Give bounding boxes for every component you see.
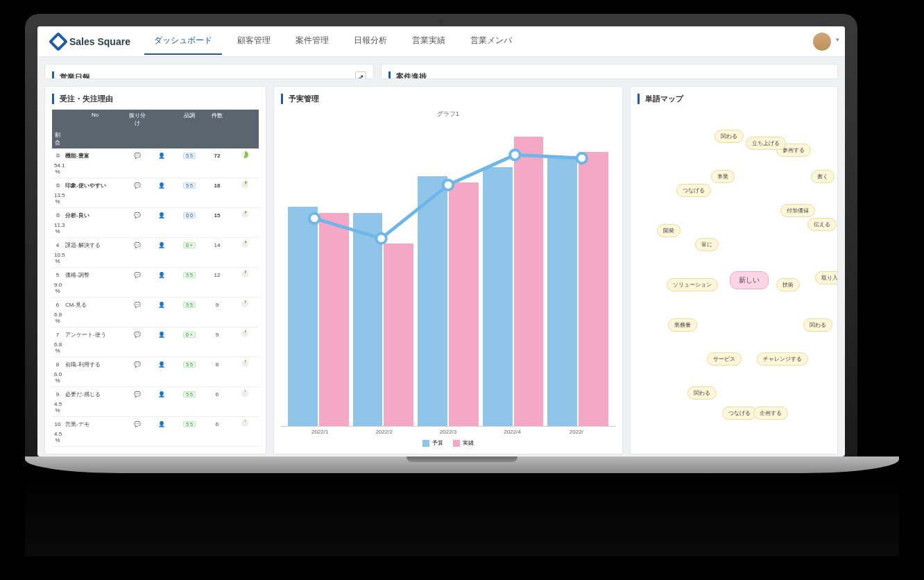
budget-chart: グラフ1 2022/12022/22022/32022/42022/ 予算実績: [281, 110, 615, 447]
nav-tabs: ダッシュボード顧客管理案件管理日報分析営業実績営業メンバ: [144, 28, 522, 55]
wordmap-node[interactable]: 書く: [811, 170, 835, 183]
nav-tab-0[interactable]: ダッシュボード: [144, 28, 222, 55]
top-navigation: Sales Square ダッシュボード顧客管理案件管理日報分析営業実績営業メン…: [37, 26, 845, 57]
reason-row[interactable]: 10営業-デモ💬👤5 564.5 %: [52, 417, 259, 447]
bar-group: [353, 121, 414, 426]
wordmap-card: 単語マップ 新しい事業常にソリューションサービスチャレンジする技術付加価値伝える…: [630, 86, 838, 454]
wordmap-node[interactable]: チャレンジする: [757, 352, 808, 366]
nav-tab-2[interactable]: 案件管理: [286, 28, 339, 55]
wordmap-canvas: 新しい事業常にソリューションサービスチャレンジする技術付加価値伝える参画する立ち…: [638, 110, 830, 447]
reason-row[interactable]: 4課題-解決する💬👤0 +1410.5 %: [52, 238, 259, 268]
wordmap-node[interactable]: つなげる: [722, 407, 757, 420]
user-avatar[interactable]: [813, 33, 831, 51]
reason-row[interactable]: 6CM-見る💬👤5 596.8 %: [52, 298, 259, 327]
bar-group: [288, 121, 349, 426]
card-title: 営業日報: [60, 72, 90, 80]
wordmap-node[interactable]: 付加価値: [780, 204, 815, 217]
reason-row[interactable]: ♔分析-良い💬👤0 01511.3 %: [52, 208, 259, 238]
wordmap-node[interactable]: 技術: [776, 278, 800, 291]
wordmap-node[interactable]: 業務量: [668, 318, 697, 332]
wordmap-node[interactable]: 取り入れる: [815, 271, 838, 284]
budget-card: 予実管理 グラフ1 2022/12022/22022/32022/42022/ …: [273, 86, 623, 454]
wordmap-node[interactable]: つなげる: [676, 184, 711, 197]
reason-row[interactable]: 9必要だ-感じる💬👤5 564.5 %: [52, 387, 259, 417]
bar-group: [483, 121, 544, 426]
reasons-table: No振り分け品調件数割合 ♔機能-豊富💬👤5 57254.1 %♔印象-使いやす…: [52, 110, 259, 447]
reason-row[interactable]: 5価格-調整💬👤5 5129.0 %: [52, 268, 259, 298]
card-title: 予実管理: [289, 94, 319, 104]
progress-card: 案件進捗 ペンディングアポ獲得初回訪問要件整理解決策の提案意思決定者の合意稟議決…: [381, 64, 838, 79]
wordmap-node[interactable]: 立ち上げる: [746, 137, 786, 150]
wordmap-node[interactable]: 関わる: [715, 130, 744, 143]
app-name: Sales Square: [69, 36, 130, 47]
wordmap-node[interactable]: 関わる: [687, 386, 717, 400]
wordmap-node[interactable]: 開発: [657, 224, 681, 237]
wordmap-node[interactable]: サービス: [707, 352, 742, 366]
logo-icon: [49, 31, 68, 51]
wordmap-node[interactable]: 企画する: [753, 407, 788, 420]
bar-group: [418, 121, 479, 426]
nav-tab-1[interactable]: 顧客管理: [228, 28, 280, 55]
wordmap-node[interactable]: ソリューション: [667, 278, 718, 291]
wordmap-center[interactable]: 新しい: [730, 271, 769, 289]
reasons-card: 受注・失注理由 No振り分け品調件数割合 ♔機能-豊富💬👤5 57254.1 %…: [44, 86, 266, 454]
wordmap-node[interactable]: 常に: [695, 238, 719, 251]
wordmap-node[interactable]: 伝える: [807, 218, 837, 231]
nav-tab-3[interactable]: 日報分析: [344, 28, 397, 55]
nav-tab-5[interactable]: 営業メンバ: [461, 28, 522, 55]
expand-icon[interactable]: ⤢: [355, 71, 366, 79]
card-title: 案件進捗: [396, 71, 427, 79]
card-title: 単語マップ: [645, 94, 683, 104]
reason-row[interactable]: 7アンケート-使う💬👤0 +96.8 %: [52, 327, 259, 357]
bar-group: [547, 121, 608, 426]
reason-row[interactable]: ♔機能-豊富💬👤5 57254.1 %: [52, 148, 259, 178]
wordmap-node[interactable]: 関わる: [803, 318, 832, 332]
reason-row[interactable]: 8前職-利用する💬👤5 586.0 %: [52, 357, 259, 387]
chart-subtitle: グラフ1: [281, 110, 615, 119]
reason-row[interactable]: ♔印象-使いやすい💬👤5 51813.5 %: [52, 178, 259, 208]
nav-tab-4[interactable]: 営業実績: [402, 28, 455, 55]
sales-report-card: 営業日報 ⤢ No営業メンバフェーズ商談日商談先お客さまのコメント 1堀川静子新…: [44, 64, 374, 79]
wordmap-node[interactable]: 事業: [711, 170, 735, 183]
app-logo[interactable]: Sales Square: [51, 35, 130, 49]
card-title: 受注・失注理由: [60, 94, 113, 104]
